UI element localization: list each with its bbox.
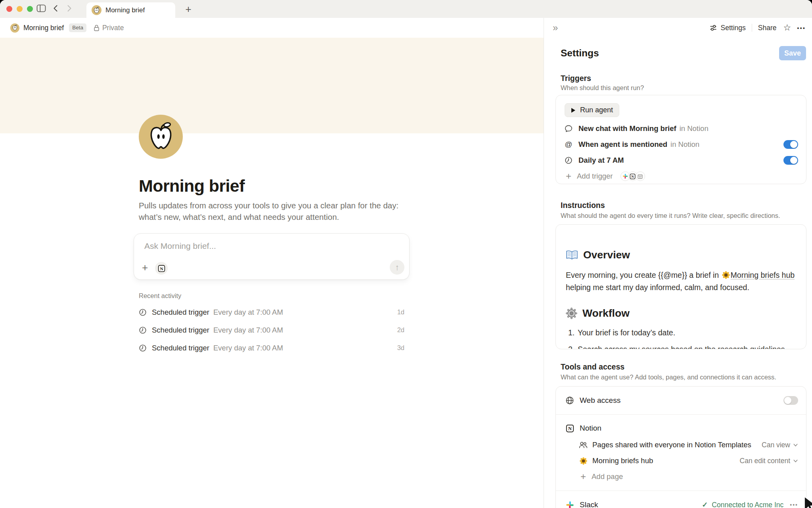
slack-connection-status: ✓ Connected to Acme Inc •••	[702, 500, 798, 508]
new-tab-button[interactable]: +	[182, 2, 195, 16]
breadcrumb-title[interactable]: Morning brief	[23, 24, 64, 32]
send-button[interactable]: ↑	[390, 260, 404, 275]
sunflower-icon	[722, 271, 730, 282]
notion-context-button[interactable]	[155, 262, 168, 275]
collapse-panel-icon[interactable]: »	[553, 22, 558, 33]
slack-icon	[565, 500, 574, 508]
instructions-editor[interactable]: Overview Every morning, you create {{@me…	[555, 224, 806, 349]
plus-icon: +	[565, 171, 573, 182]
activity-row[interactable]: Scheduled trigger Every day at 7:00 AM 3…	[139, 339, 404, 357]
activity-row[interactable]: Scheduled trigger Every day at 7:00 AM 1…	[139, 303, 404, 321]
activity-title: Scheduled trigger	[152, 344, 209, 352]
activity-detail: Every day at 7:00 AM	[213, 344, 283, 352]
settings-view-button[interactable]: Settings	[709, 24, 746, 32]
instructions-subtitle: What should the agent do every time it r…	[561, 212, 780, 219]
privacy-label: Private	[102, 24, 124, 32]
activity-detail: Every day at 7:00 AM	[213, 326, 283, 335]
activity-time: 3d	[397, 344, 404, 352]
trigger-label: When agent is mentioned	[578, 140, 667, 149]
app-window: Morning brief + Morning brief Beta Priva…	[0, 0, 812, 508]
activity-title: Scheduled trigger	[152, 326, 209, 335]
clock-icon	[565, 156, 573, 164]
sidebar-toggle-icon[interactable]	[36, 4, 46, 12]
trigger-context: in Notion	[670, 140, 699, 149]
add-page-label: Add page	[592, 472, 623, 481]
run-agent-label: Run agent	[580, 106, 613, 114]
save-button[interactable]: Save	[779, 46, 806, 60]
step-number: 1.	[566, 327, 578, 338]
page-title: Morning brief	[139, 176, 245, 196]
notion-row[interactable]: Notion	[565, 419, 798, 437]
instructions-heading: Instructions	[561, 201, 605, 210]
run-agent-button[interactable]: Run agent	[565, 103, 619, 117]
workflow-list: 1. Your brief is for today’s date. 2. Se…	[566, 327, 796, 349]
activity-title: Scheduled trigger	[152, 308, 209, 317]
permission-label: Can view	[762, 441, 790, 449]
activity-time: 1d	[397, 308, 404, 316]
notion-icon	[158, 265, 165, 272]
agent-chat-box[interactable]: Ask Morning brief... + ↑	[134, 233, 410, 280]
clock-icon	[139, 326, 147, 334]
permission-label: Can edit content	[740, 457, 790, 465]
add-trigger-button[interactable]: + Add trigger	[565, 168, 798, 184]
at-icon: @	[565, 140, 573, 148]
chat-bubble-icon	[565, 125, 573, 133]
workflow-step: 1. Your brief is for today’s date.	[566, 327, 796, 338]
notion-icon	[565, 424, 574, 433]
step-number: 2.	[566, 344, 578, 349]
share-button[interactable]: Share	[758, 24, 777, 32]
notion-page-row[interactable]: Morning briefs hub Can edit content	[565, 453, 798, 469]
tools-subtitle: What can the agent use? Add tools, pages…	[561, 373, 776, 381]
back-icon[interactable]	[53, 4, 58, 12]
add-page-button[interactable]: + Add page	[565, 469, 798, 485]
overview-text: helping me start my day informed, calm, …	[566, 283, 749, 292]
favorite-star-icon[interactable]: ☆	[783, 23, 791, 33]
workflow-title: Workflow	[582, 307, 630, 319]
page-label: Pages shared with everyone in Notion Tem…	[592, 441, 751, 449]
agent-avatar[interactable]	[139, 115, 183, 159]
mention-trigger-toggle[interactable]	[783, 140, 798, 149]
maximize-window-button[interactable]	[27, 6, 33, 12]
mouse-cursor	[804, 496, 812, 508]
slack-options-icon[interactable]: •••	[790, 502, 798, 508]
agent-chat-input[interactable]: Ask Morning brief...	[144, 241, 216, 251]
daily-trigger-toggle[interactable]	[783, 156, 798, 165]
slack-status-text: Connected to Acme Inc	[712, 501, 783, 508]
tab-bar: Morning brief +	[0, 0, 812, 18]
activity-time: 2d	[397, 326, 404, 334]
activity-detail: Every day at 7:00 AM	[213, 308, 283, 317]
trigger-row-new-chat[interactable]: New chat with Morning brief in Notion	[565, 121, 798, 137]
slack-row[interactable]: Slack ✓ Connected to Acme Inc •••	[556, 491, 806, 508]
window-controls	[6, 6, 33, 12]
notion-access-section: Notion Pages shared with everyone in Not…	[556, 415, 806, 491]
web-access-toggle[interactable]	[783, 396, 798, 405]
sliders-icon	[709, 24, 717, 32]
trigger-row-daily[interactable]: Daily at 7 AM	[565, 152, 798, 168]
tools-card: Web access Notion Pages shared with ever…	[555, 386, 806, 508]
minimize-window-button[interactable]	[17, 6, 23, 12]
check-icon: ✓	[702, 500, 708, 508]
web-access-row[interactable]: Web access	[556, 387, 806, 415]
tab-morning-brief[interactable]: Morning brief	[86, 2, 175, 18]
activity-row[interactable]: Scheduled trigger Every day at 7:00 AM 2…	[139, 321, 404, 339]
trigger-row-mentioned[interactable]: @ When agent is mentioned in Notion	[565, 137, 798, 152]
hub-page-link[interactable]: Morning briefs hub	[731, 271, 795, 279]
permission-dropdown[interactable]: Can edit content	[740, 457, 798, 465]
close-window-button[interactable]	[6, 6, 12, 12]
lock-icon	[94, 24, 100, 32]
clock-icon	[139, 308, 147, 316]
privacy-indicator[interactable]: Private	[94, 24, 124, 32]
more-options-icon[interactable]: •••	[797, 25, 806, 31]
attach-plus-icon[interactable]: +	[142, 262, 148, 273]
sunflower-icon	[579, 457, 588, 465]
notion-page-row[interactable]: Pages shared with everyone in Notion Tem…	[565, 437, 798, 453]
permission-dropdown[interactable]: Can view	[762, 441, 798, 449]
gear-icon	[566, 308, 577, 319]
panel-header: » Settings Share ☆ •••	[544, 18, 812, 38]
beta-badge: Beta	[69, 23, 86, 32]
arrow-up-icon: ↑	[395, 263, 399, 272]
forward-icon[interactable]	[67, 4, 72, 12]
notion-label: Notion	[580, 424, 601, 433]
chevron-down-icon	[793, 443, 798, 447]
page-description: Pulls updates from across your tools to …	[139, 200, 456, 223]
